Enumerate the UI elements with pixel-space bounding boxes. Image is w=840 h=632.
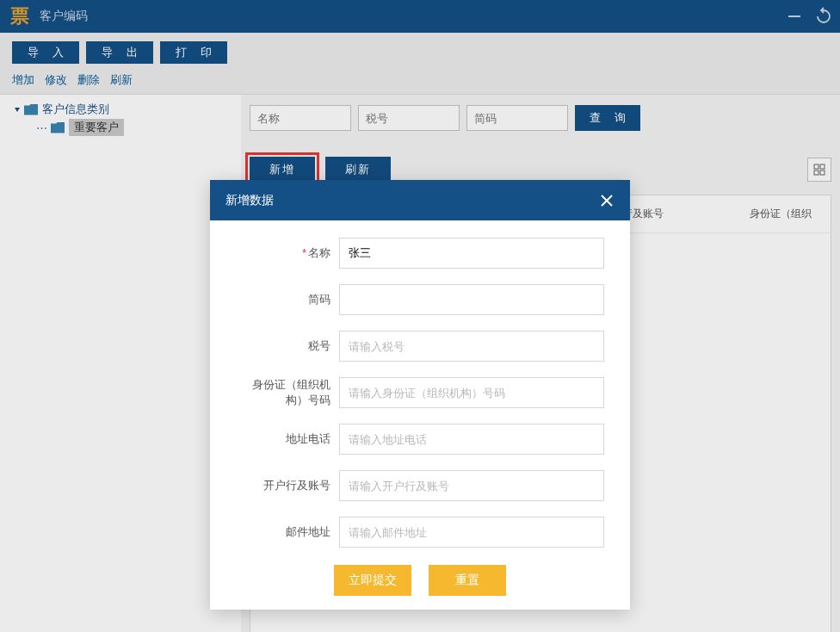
modal-overlay: 新增数据 *名称 简码 税号 身份证（组织机构）号码 地址电话	[0, 0, 840, 632]
modal-title: 新增数据	[225, 193, 599, 208]
email-input[interactable]	[339, 517, 604, 548]
short-input[interactable]	[339, 284, 604, 315]
name-label: *名称	[236, 245, 339, 261]
modal-body: *名称 简码 税号 身份证（组织机构）号码 地址电话 开户行及账号	[210, 220, 630, 610]
email-label: 邮件地址	[236, 524, 339, 540]
idorg-label: 身份证（组织机构）号码	[236, 377, 339, 408]
bank-input[interactable]	[339, 470, 604, 501]
addr-input[interactable]	[339, 424, 604, 455]
addr-label: 地址电话	[236, 431, 339, 447]
modal-dialog: 新增数据 *名称 简码 税号 身份证（组织机构）号码 地址电话	[210, 180, 630, 610]
name-input[interactable]	[339, 238, 604, 269]
idorg-input[interactable]	[339, 377, 604, 408]
submit-button[interactable]: 立即提交	[334, 565, 411, 596]
modal-header: 新增数据	[210, 180, 630, 220]
close-icon[interactable]	[599, 193, 615, 208]
tax-input[interactable]	[339, 331, 604, 362]
reset-button[interactable]: 重置	[429, 565, 506, 596]
short-label: 简码	[236, 292, 339, 307]
tax-label: 税号	[236, 338, 339, 354]
bank-label: 开户行及账号	[236, 478, 339, 493]
